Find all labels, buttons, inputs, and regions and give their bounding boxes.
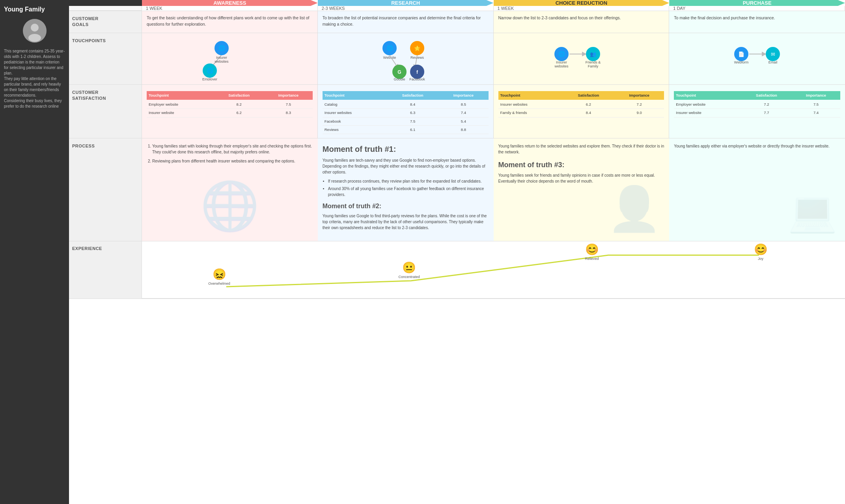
table-row: Insurer website6.28.3 [147,109,313,117]
phase-choice: CHOICE REDUCTION [494,0,670,6]
touchpoints-phases: 🌐 Insurer websites 🌐 Employer Website [142,33,845,84]
svg-text:📄: 📄 [738,51,745,58]
time-choice: 1 WEEK [494,6,670,11]
label-satisfaction: CUSTOMERSATISFACTION [69,85,142,138]
time-research: 2-3 WEEKS [318,6,494,11]
svg-text:Insurer: Insurer [556,60,567,64]
process-choice: Young families return to the selected we… [494,138,670,241]
emotion-overwhelmed: 😖 Overwhelmed [208,268,230,286]
svg-point-1 [31,24,39,32]
sat-table-choice: Touchpoint Satisfaction Importance Insur… [498,91,664,118]
moment1-title: Moment of truth #1: [323,143,489,155]
process-row: PROCESS Young families start with lookin… [69,138,845,241]
svg-text:🌐: 🌐 [386,45,394,52]
emotion-relieved: 😊 Relieved [585,243,599,260]
satisfaction-phases: Touchpoint Satisfaction Importance Emplo… [142,85,845,138]
laptop-watermark: 💻 [788,182,837,241]
table-row: Family & friends8.49.0 [498,109,664,117]
table-row: Insurer websites6.37.4 [323,109,489,117]
goal-purchase: To make the final decision and purchase … [669,11,845,33]
label-customer-goals: CUSTOMERGOALS [69,11,142,33]
globe-watermark: 🌐 [200,170,259,241]
label-experience: EXPERIENCE [69,241,142,299]
table-row: Employer website7.27.5 [674,100,840,109]
satisfaction-research: Touchpoint Satisfaction Importance Catal… [318,85,494,138]
goals-phases: To get the basic understanding of how di… [142,11,845,33]
time-headers: 1 WEEK 2-3 WEEKS 1 WEEK 1 DAY [142,6,845,11]
person-watermark: 👤 [607,176,661,241]
phase-awareness: AWARENESS [142,0,318,6]
svg-text:👥: 👥 [590,51,597,58]
time-row: 1 WEEK 2-3 WEEKS 1 WEEK 1 DAY [69,6,845,11]
svg-text:🌐: 🌐 [558,51,565,58]
header-label-spacer [69,0,142,6]
touchpoints-purchase: 📄 Webform ✉ Email [669,33,845,84]
sidebar-title: Young Family [4,6,45,13]
avatar [23,19,47,43]
time-label-spacer [69,6,142,11]
touchpoints-row: TOUCHPOINTS 🌐 Insurer websites 🌐 Employe… [69,33,845,85]
table-row: Reviews6.18.8 [323,125,489,134]
sidebar: Young Family This segment contains 25-35… [0,0,69,504]
svg-text:G: G [397,69,401,75]
svg-text:Facebook: Facebook [409,77,425,80]
emotion-joy: 😊 Joy [754,243,768,260]
process-research: Moment of truth #1: Young families are t… [318,138,494,241]
main-content: AWARENESS RESEARCH CHOICE REDUCTION PURC… [69,0,845,504]
time-awareness: 1 WEEK [142,6,318,11]
svg-text:Website: Website [383,56,396,60]
svg-text:Friends &: Friends & [586,60,601,64]
sat-table-purchase: Touchpoint Satisfaction Importance Emplo… [674,91,840,118]
satisfaction-purchase: Touchpoint Satisfaction Importance Emplo… [669,85,845,138]
table-row: Employer website8.27.5 [147,100,313,109]
emotion-concentrated: 😐 Concentrated [399,261,420,279]
satisfaction-choice: Touchpoint Satisfaction Importance Insur… [494,85,670,138]
svg-text:Family: Family [588,64,599,68]
svg-text:⭐: ⭐ [414,45,421,52]
svg-text:🌐: 🌐 [218,45,226,52]
table-row: Facebook7.55.4 [323,117,489,125]
satisfaction-row: CUSTOMERSATISFACTION Touchpoint Satisfac… [69,85,845,138]
svg-text:Google: Google [394,77,405,80]
moment2-title: Moment of truth #2: [323,202,489,211]
svg-text:🌐: 🌐 [207,67,214,74]
svg-text:✉: ✉ [771,51,775,57]
label-process: PROCESS [69,138,142,241]
touchpoints-awareness: 🌐 Insurer websites 🌐 Employer Website [142,33,318,84]
phase-header-row: AWARENESS RESEARCH CHOICE REDUCTION PURC… [69,0,845,6]
goal-awareness: To get the basic understanding of how di… [142,11,318,33]
phase-purchase: PURCHASE [669,0,845,6]
svg-text:Employer: Employer [202,77,217,80]
process-awareness: Young families start with looking throug… [142,138,318,241]
svg-point-2 [28,34,41,42]
touchpoints-research: 🌐 Website ⭐ Reviews G Google f [318,33,494,84]
satisfaction-awareness: Touchpoint Satisfaction Importance Emplo… [142,85,318,138]
moment3-title: Moment of truth #3: [498,160,665,170]
touchpoints-choice: 🌐 Insurer websites 👥 Friends & Family [494,33,670,84]
table-row: Insurer websites6.27.2 [498,100,664,109]
phase-research: RESEARCH [318,0,494,6]
sidebar-description: This segment contains 25-35 year-olds wi… [4,49,65,109]
label-touchpoints: TOUCHPOINTS [69,33,142,84]
svg-text:Insurer: Insurer [216,56,227,60]
goal-research: To broaden the list of potential insuran… [318,11,494,33]
customer-goals-row: CUSTOMERGOALS To get the basic understan… [69,11,845,33]
svg-text:Webform: Webform [734,60,748,64]
time-purchase: 1 DAY [669,6,845,11]
svg-text:Email: Email [769,60,778,64]
table-row: Insurer website7.77.4 [674,109,840,117]
svg-text:websites: websites [215,60,229,63]
sat-table-research: Touchpoint Satisfaction Importance Catal… [323,91,489,134]
table-row: Catalog8.48.5 [323,100,489,109]
goal-choice: Narrow down the list to 2-3 candidates a… [494,11,670,33]
svg-text:websites: websites [554,64,569,68]
process-phases: Young families start with looking throug… [142,138,845,241]
process-purchase: Young families apply either via employer… [669,138,845,241]
experience-row: EXPERIENCE 😖 Overwhelmed 😐 Concentrated … [69,241,845,299]
experience-chart: 😖 Overwhelmed 😐 Concentrated 😊 Relieved … [142,241,845,299]
sat-table-awareness: Touchpoint Satisfaction Importance Emplo… [147,91,313,118]
phase-headers: AWARENESS RESEARCH CHOICE REDUCTION PURC… [142,0,845,6]
